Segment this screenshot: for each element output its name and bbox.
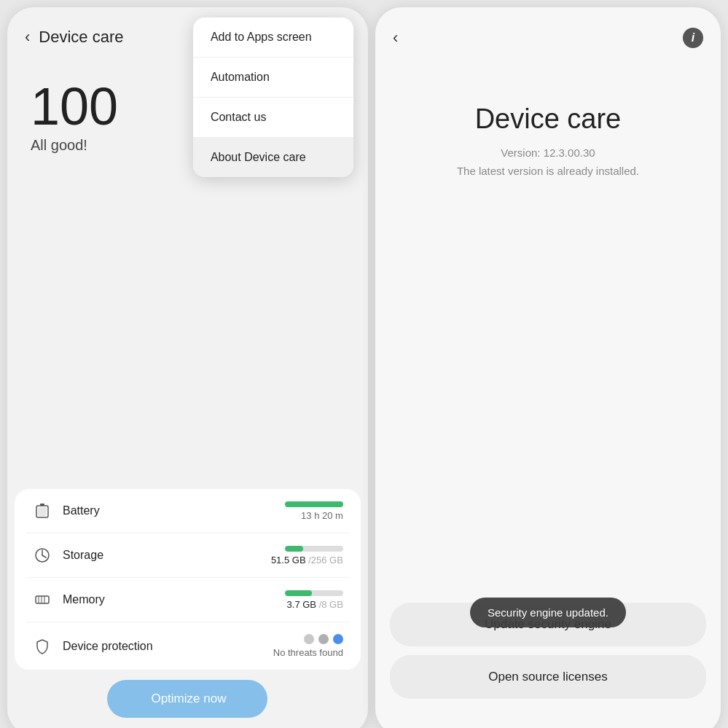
storage-icon: [32, 545, 52, 565]
version-text: Version: 12.3.00.30: [501, 146, 595, 159]
toast-message: Security engine updated.: [470, 598, 626, 627]
right-panel: ‹ i Device care Version: 12.3.00.30 The …: [375, 7, 721, 728]
memory-value: 3.7 GB /8 GB: [287, 599, 343, 610]
protection-dot-2: [318, 634, 329, 644]
protection-dot-3: [333, 634, 343, 644]
right-page-title: Device care: [475, 103, 622, 135]
storage-right: 51.5 GB /256 GB: [271, 546, 343, 565]
stat-item-battery[interactable]: Battery 13 h 20 m: [26, 489, 349, 533]
protection-label: Device protection: [63, 640, 263, 653]
stat-item-memory[interactable]: Memory 3.7 GB /8 GB: [26, 578, 349, 622]
right-content: Device care Version: 12.3.00.30 The late…: [375, 60, 721, 177]
svg-rect-4: [36, 596, 49, 603]
battery-right: 13 h 20 m: [285, 501, 343, 521]
protection-right: No threats found: [273, 634, 343, 658]
protection-dot-1: [304, 634, 314, 644]
stat-item-protection[interactable]: Device protection No threats found: [26, 622, 349, 670]
memory-bar-fill: [285, 590, 312, 596]
left-back-button[interactable]: ‹: [25, 28, 30, 47]
dropdown-item-add-to-apps[interactable]: Add to Apps screen: [193, 17, 353, 58]
battery-label: Battery: [63, 504, 275, 517]
dropdown-item-automation[interactable]: Automation: [193, 58, 353, 98]
protection-icon: [32, 636, 52, 657]
storage-value: 51.5 GB /256 GB: [271, 555, 343, 565]
storage-bar-fill: [285, 546, 304, 552]
storage-label: Storage: [63, 549, 261, 562]
protection-dots: [304, 634, 343, 644]
memory-right: 3.7 GB /8 GB: [285, 590, 343, 610]
svg-rect-2: [38, 507, 47, 516]
info-icon[interactable]: i: [683, 28, 703, 48]
protection-value: No threats found: [273, 647, 343, 658]
svg-rect-1: [40, 504, 44, 506]
memory-icon: [32, 590, 52, 610]
battery-value: 13 h 20 m: [301, 510, 343, 521]
dropdown-item-about[interactable]: About Device care: [193, 138, 353, 177]
optimize-button[interactable]: Optimize now: [107, 680, 267, 718]
right-back-button[interactable]: ‹: [393, 28, 398, 47]
battery-icon: [32, 501, 52, 521]
left-page-title: Device care: [39, 28, 123, 47]
dropdown-menu: Add to Apps screen Automation Contact us…: [193, 17, 353, 177]
memory-label: Memory: [63, 593, 275, 606]
stat-item-storage[interactable]: Storage 51.5 GB /256 GB: [26, 533, 349, 578]
storage-bar-container: [285, 546, 343, 552]
status-text: The latest version is already installed.: [457, 165, 639, 177]
stats-list: Battery 13 h 20 m Storage 51.5 GB /256 G…: [15, 489, 361, 670]
battery-bar: [285, 501, 343, 507]
memory-bar-container: [285, 590, 343, 596]
dropdown-item-contact-us[interactable]: Contact us: [193, 98, 353, 138]
left-panel: ‹ Device care Add to Apps screen Automat…: [7, 7, 368, 728]
right-header: ‹ i: [375, 7, 721, 60]
open-source-licenses-button[interactable]: Open source licenses: [390, 655, 706, 699]
